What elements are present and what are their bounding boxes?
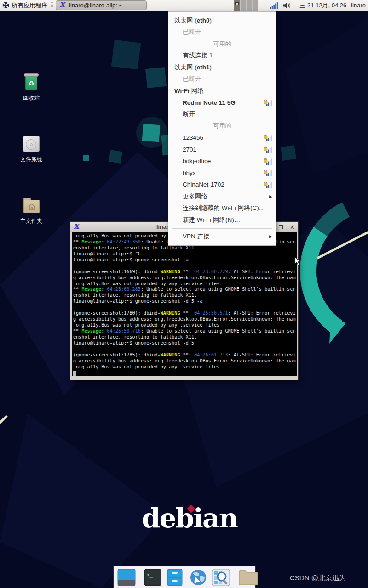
menu-item-label: 已断开 (183, 75, 272, 83)
network-menu-item[interactable]: Wi-Fi 网络 (168, 85, 276, 97)
terminal-line: org.a11y.Bus was not provided by any .se… (73, 281, 295, 287)
terminal-line: g accessibility bus address: org.freedes… (73, 275, 295, 281)
applications-menu-label: 所有应用程序 (12, 1, 47, 10)
network-menu-item: 已断开 (168, 27, 276, 39)
filesystem-icon-label: 文件系统 (20, 156, 42, 164)
terminal-launcher-icon[interactable]: >_ (144, 569, 162, 586)
terminal-line: enshot interface, resorting to fallback … (73, 293, 295, 299)
terminal-line (73, 346, 295, 352)
desktop-icon-home[interactable]: 主文件夹 (12, 196, 50, 225)
desktop-icon-area: ♻ 回收站 文件系统 主文件夹 (12, 73, 50, 257)
terminal-line: ** Message: 04:25:50.716: Unable to sele… (73, 328, 295, 334)
terminal-line (73, 370, 295, 376)
network-menu-item[interactable]: 2701 (168, 143, 276, 155)
web-browser-icon[interactable] (189, 569, 207, 586)
menu-item-label: ChinaNet-1702 (183, 181, 261, 188)
trash-icon: ♻ (22, 73, 41, 92)
submenu-arrow-icon: ▶ (269, 194, 272, 199)
terminal-cursor (73, 371, 76, 376)
terminal-line: linaro@linaro-alip:~$ gnome-screenshot -… (73, 257, 295, 263)
dock: >_ (113, 566, 256, 588)
volume-tray-icon[interactable] (282, 2, 292, 9)
wifi-signal-lock-icon (264, 158, 272, 165)
close-button[interactable]: ✕ (289, 224, 295, 230)
network-menu-item[interactable]: 123456 (168, 132, 276, 144)
taskbar-button-label: linaro@linaro-alip: ~ (69, 2, 122, 9)
wifi-signal-lock-icon (264, 146, 272, 153)
network-menu-item[interactable]: 更多网络▶ (168, 191, 276, 203)
csdn-watermark: CSDN @北京迅为 (290, 574, 346, 582)
workspace-4[interactable] (252, 0, 258, 11)
terminal-line: linaro@linaro-alip:~$ gnome-screenshot -… (73, 299, 295, 305)
hard-disk-icon (22, 134, 41, 153)
file-manager-icon[interactable] (167, 569, 185, 586)
terminal-line: org.a11y.Bus was not provided by any .se… (73, 322, 295, 328)
menu-item-label: bdkj-office (183, 158, 261, 164)
terminal-line: (gnome-screenshot:1669): dbind-WARNING *… (73, 269, 295, 275)
terminal-line: linaro@linaro-alip:~$ gnome-screenshot -… (73, 340, 295, 346)
menu-item-label: 123456 (183, 134, 261, 141)
desktop-icon-trash[interactable]: ♻ 回收站 (12, 73, 50, 102)
workspace-1[interactable] (234, 0, 240, 11)
menu-item-label: Redmi Note 11 5G (183, 99, 261, 106)
menu-item-label: VPN 连接 (183, 232, 266, 241)
network-menu-item[interactable]: VPN 连接▶ (168, 231, 276, 243)
workspace-3[interactable] (246, 0, 252, 11)
menu-separator: 可用的 (168, 120, 276, 132)
terminal-line: (gnome-screenshot:1780): dbind-WARNING *… (73, 311, 295, 317)
network-menu-item[interactable]: 以太网 (eth1) (168, 62, 276, 74)
menu-separator: 可用的 (168, 38, 276, 50)
network-signal-tray-icon[interactable] (270, 2, 278, 9)
panel-grip[interactable] (51, 2, 53, 9)
network-menu-item[interactable]: 新建 Wi-Fi 网络(N)… (168, 214, 276, 226)
applications-menu-icon (2, 1, 10, 9)
network-menu-item[interactable]: bhyx (168, 167, 276, 179)
wifi-signal-lock-icon (264, 99, 272, 106)
folder-launcher-icon[interactable] (238, 569, 257, 586)
home-folder-icon (22, 196, 41, 215)
menu-item-label: 有线连接 1 (183, 51, 272, 60)
workspace-2[interactable] (240, 0, 246, 11)
network-menu-item[interactable]: ChinaNet-1702 (168, 179, 276, 191)
network-menu-item[interactable]: Redmi Note 11 5G (168, 97, 276, 109)
menu-item-label: 连接到隐藏的 Wi-Fi 网络(C)… (183, 204, 272, 212)
terminal-output[interactable]: org.a11y.Bus was not provided by any .se… (72, 232, 297, 376)
debian-logo: debian (142, 503, 226, 534)
show-desktop-icon[interactable] (117, 569, 136, 586)
terminal-line: ** Message: 04:23:00.283: Unable to sele… (73, 287, 295, 293)
menu-item-label: 以太网 (eth0) (174, 17, 272, 25)
app-finder-icon[interactable] (212, 569, 230, 586)
separator-label: 可用的 (211, 122, 234, 130)
clock[interactable]: 三 21 12月, 04:26 (299, 1, 346, 10)
menu-item-label: 断开 (183, 110, 272, 119)
network-menu-item[interactable]: 连接到隐藏的 Wi-Fi 网络(C)… (168, 202, 276, 214)
home-icon-label: 主文件夹 (20, 217, 42, 225)
menu-item-label: bhyx (183, 170, 261, 176)
terminal-line: enshot interface, resorting to fallback … (73, 334, 295, 340)
applications-menu-button[interactable]: 所有应用程序 (0, 0, 49, 11)
menu-item-label: 新建 Wi-Fi 网络(N)… (183, 216, 272, 224)
taskbar-button-terminal[interactable]: X X linaro@linaro-alip: ~ (56, 0, 147, 10)
terminal-line: g accessibility bus address: org.freedes… (73, 358, 295, 364)
network-menu-item[interactable]: 以太网 (eth0) (168, 15, 276, 27)
menu-item-label: Wi-Fi 网络 (174, 87, 272, 95)
network-menu-item: 已断开 (168, 73, 276, 85)
network-manager-menu: 以太网 (eth0)已断开可用的有线连接 1以太网 (eth1)已断开Wi-Fi… (168, 11, 276, 246)
workspace-pager[interactable] (234, 0, 258, 11)
wifi-signal-lock-icon (264, 169, 272, 176)
maximize-button[interactable] (278, 224, 284, 230)
terminal-line: (gnome-screenshot:1785): dbind-WARNING *… (73, 352, 295, 358)
desktop-icon-filesystem[interactable]: 文件系统 (12, 134, 50, 164)
xterm-icon: X X (59, 1, 66, 10)
menu-item-label: 2701 (183, 146, 261, 153)
terminal-line: linaro@linaro-alip:~$ ^C (73, 251, 295, 257)
menu-item-label: 更多网络 (183, 192, 266, 201)
network-menu-item[interactable]: bdkj-office (168, 155, 276, 167)
submenu-arrow-icon: ▶ (269, 234, 272, 239)
username-label: linaro (351, 2, 366, 9)
network-menu-item[interactable]: 有线连接 1 (168, 50, 276, 62)
network-menu-item[interactable]: 断开 (168, 108, 276, 120)
menu-separator (168, 226, 276, 231)
menu-item-label: 已断开 (183, 28, 272, 36)
wifi-signal-lock-icon (264, 181, 272, 188)
